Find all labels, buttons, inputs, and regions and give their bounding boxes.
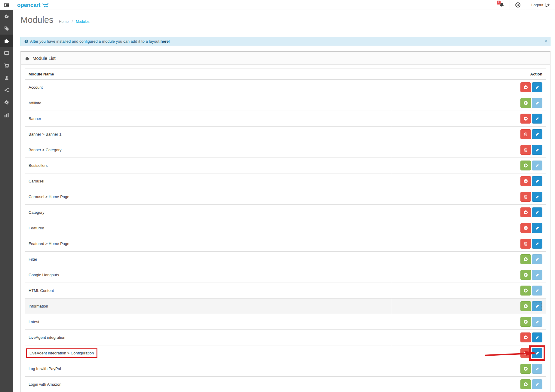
trash-icon [523, 351, 528, 356]
install-button[interactable] [520, 254, 531, 264]
pencil-icon [535, 132, 540, 137]
module-row: Information [25, 299, 546, 314]
module-name: Log In with PayPal [29, 366, 61, 371]
edit-button[interactable] [532, 82, 542, 92]
minus-circle-icon [523, 179, 528, 184]
uninstall-button[interactable] [520, 114, 531, 124]
action-cell [392, 158, 546, 173]
breadcrumb-modules-link[interactable]: Modules [76, 20, 89, 24]
alert-here-link[interactable]: here [161, 39, 169, 44]
action-cell [392, 236, 546, 252]
module-name-cell: Category [25, 205, 392, 220]
module-name: Latest [29, 320, 39, 324]
edit-button-wrapper [532, 176, 542, 186]
module-name-cell: Featured [25, 220, 392, 236]
edit-button[interactable] [532, 161, 542, 170]
edit-button[interactable] [532, 332, 542, 342]
module-row: Banner > Category [25, 142, 546, 158]
pencil-icon [535, 351, 540, 356]
module-name-highlighted: LiveAgent integration > Configuration [26, 348, 97, 358]
action-cell [392, 361, 546, 377]
plus-circle-icon [523, 304, 528, 309]
sidebar-item-reports[interactable] [0, 109, 13, 121]
uninstall-button[interactable] [520, 176, 531, 186]
module-table: Module Name Action AccountAffiliateBanne… [25, 69, 546, 392]
edit-button[interactable] [532, 379, 542, 389]
edit-button[interactable] [532, 98, 542, 108]
module-name: Category [29, 210, 44, 215]
install-button[interactable] [520, 379, 531, 389]
dashboard-icon [4, 14, 9, 19]
install-button[interactable] [520, 364, 531, 374]
sidebar-item-dashboard[interactable] [0, 10, 13, 22]
action-cell [392, 283, 546, 299]
edit-button[interactable] [532, 129, 542, 139]
opencart-logo[interactable]: opencart [17, 0, 50, 10]
sidebar-item-design[interactable] [0, 47, 13, 59]
breadcrumb-home-link[interactable]: Home [59, 20, 69, 24]
pencil-icon [535, 194, 540, 199]
uninstall-button[interactable] [520, 223, 531, 233]
module-row: Bestsellers [25, 158, 546, 173]
sidebar-item-sales[interactable] [0, 59, 13, 72]
module-name: Affiliate [29, 101, 41, 105]
pencil-icon [535, 366, 540, 371]
pencil-icon [535, 226, 540, 231]
top-header: opencart 1 [0, 0, 555, 10]
delete-button[interactable] [520, 145, 531, 155]
alert-close-button[interactable]: × [544, 39, 547, 43]
module-row: Login with Amazon [25, 377, 546, 392]
delete-button[interactable] [520, 192, 531, 202]
support-button[interactable] [510, 0, 526, 10]
edit-button[interactable] [532, 192, 542, 202]
uninstall-button[interactable] [520, 82, 531, 92]
edit-button[interactable] [532, 239, 542, 249]
module-name: Bestsellers [29, 163, 48, 168]
cart-icon [4, 63, 9, 68]
sidebar-item-customers[interactable] [0, 72, 13, 84]
edit-button[interactable] [532, 270, 542, 280]
install-button[interactable] [520, 98, 531, 108]
alert-text: After you have installed and configured … [30, 39, 161, 44]
uninstall-button[interactable] [520, 207, 531, 217]
edit-button[interactable] [532, 348, 542, 358]
edit-button[interactable] [532, 207, 542, 217]
edit-button[interactable] [532, 364, 542, 374]
module-name-cell: Information [25, 299, 392, 314]
menu-toggle-button[interactable] [0, 0, 13, 10]
edit-button-wrapper [532, 98, 542, 108]
install-button[interactable] [520, 317, 531, 327]
module-name: Banner > Category [29, 148, 61, 152]
install-button[interactable] [520, 301, 531, 311]
delete-button[interactable] [520, 348, 531, 358]
trash-icon [523, 147, 528, 152]
share-icon [4, 87, 9, 93]
edit-button[interactable] [532, 286, 542, 296]
sidebar-item-catalog[interactable] [0, 22, 13, 35]
edit-button[interactable] [532, 317, 542, 327]
edit-button[interactable] [532, 301, 542, 311]
delete-button[interactable] [520, 239, 531, 249]
table-header-row: Module Name Action [25, 69, 546, 80]
minus-circle-icon [523, 210, 528, 215]
notifications-button[interactable]: 1 [494, 0, 510, 10]
logout-button[interactable]: Logout [526, 0, 555, 10]
sidebar-item-system[interactable] [0, 96, 13, 109]
edit-button[interactable] [532, 145, 542, 155]
sidebar-item-extensions[interactable] [0, 35, 13, 47]
plus-circle-icon [523, 272, 528, 277]
module-name: Information [29, 304, 48, 308]
module-name-cell: Banner > Banner 1 [25, 127, 392, 142]
edit-button-wrapper [532, 270, 542, 280]
install-button[interactable] [520, 270, 531, 280]
install-button[interactable] [520, 286, 531, 296]
edit-button[interactable] [532, 114, 542, 124]
edit-button[interactable] [532, 176, 542, 186]
install-button[interactable] [520, 161, 531, 170]
sidebar-item-marketing[interactable] [0, 84, 13, 96]
edit-button[interactable] [532, 254, 542, 264]
pencil-icon [535, 304, 540, 309]
delete-button[interactable] [520, 129, 531, 139]
uninstall-button[interactable] [520, 332, 531, 342]
edit-button[interactable] [532, 223, 542, 233]
